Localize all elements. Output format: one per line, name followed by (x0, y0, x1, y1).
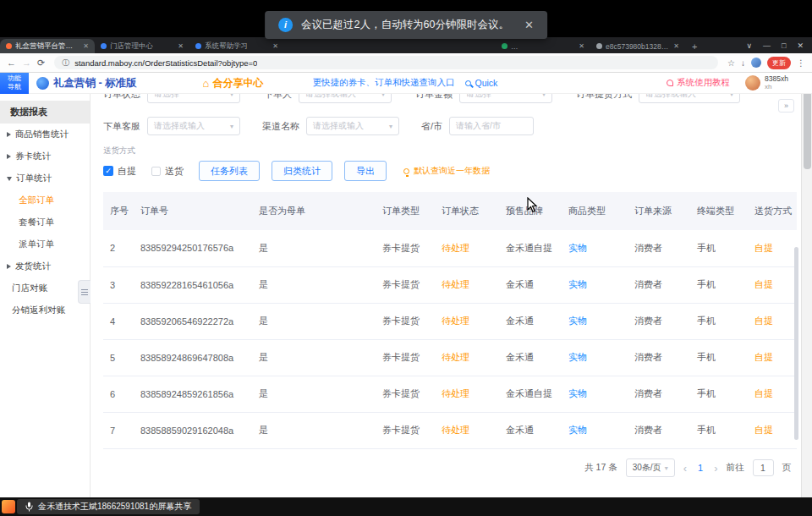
browser-tab-3[interactable]: 系统帮助学习 ✕ (189, 39, 284, 53)
close-window-icon[interactable]: ✕ (797, 41, 804, 50)
browser-profile-avatar[interactable] (751, 58, 761, 68)
cell-terminal: 手机 (690, 230, 748, 266)
column-header: 是否为母单 (252, 192, 376, 230)
cell-order_type: 券卡提货 (376, 230, 435, 266)
filter-collapse-button[interactable]: » (778, 99, 794, 113)
share-center-link[interactable]: ⌂ 合分享中心 (203, 76, 264, 91)
browser-tab-1[interactable]: 礼盒营销平台管理中心 ✕ (0, 39, 95, 53)
prev-page-button[interactable]: ‹ (683, 462, 687, 475)
column-header: 订单状态 (435, 192, 499, 230)
minimize-icon[interactable]: — (763, 41, 771, 50)
cell-source: 消费者 (628, 230, 690, 266)
filter-pickup-method: 订单提货方式 请选择或输入 ▾ (576, 94, 740, 103)
lightbulb-icon (403, 168, 409, 174)
taskbar-app-icon[interactable] (2, 500, 15, 513)
browser-menu-icon[interactable]: ⋮ (797, 58, 805, 68)
brand-title[interactable]: 礼盒营销 - 标准版 (53, 76, 137, 91)
cell-product_type[interactable]: 实物 (562, 376, 628, 412)
forward-icon[interactable]: → (22, 58, 31, 68)
cell-brand: 金禾通 (499, 266, 562, 303)
new-tab-button[interactable]: + (692, 41, 697, 52)
browser-tab-2[interactable]: 门店管理中心 ✕ (95, 39, 189, 53)
column-header: 送货方式 (748, 192, 797, 230)
browser-tab-4[interactable]: … ✕ (496, 39, 590, 53)
checkbox-self-pickup[interactable]: 自提 (103, 165, 136, 178)
sidebar-item-2[interactable]: 券卡统计 (0, 145, 90, 167)
quick-entry-link[interactable]: 更快捷的券卡、订单和快递查询入口 (312, 77, 454, 89)
order-amount-select[interactable]: 请选择 ▾ (459, 94, 552, 103)
cell-brand: 金禾通 (499, 339, 562, 376)
sidebar-item-5[interactable]: 套餐订单 (0, 211, 90, 233)
tab-close-icon[interactable]: ✕ (83, 42, 89, 50)
task-list-button[interactable]: 任务列表 (199, 161, 260, 181)
cell-source: 消费者 (628, 412, 690, 448)
cell-brand: 金禾通自提 (499, 230, 562, 266)
sidebar-item-8[interactable]: 门店对账 (0, 277, 90, 299)
cell-order_type: 券卡提货 (376, 339, 435, 376)
sidebar-item-9[interactable]: 分销返利对账 (0, 299, 90, 321)
page-number-button[interactable]: 1 (695, 463, 705, 473)
sidebar-item-4[interactable]: 全部订单 (0, 189, 90, 211)
sidebar-item-6[interactable]: 派单订单 (0, 233, 90, 255)
order-status-select[interactable]: 请选择 ▾ (147, 94, 240, 103)
tab-close-icon[interactable]: ✕ (579, 42, 584, 50)
placeholder: 请选择 (154, 94, 179, 100)
cell-delivery: 自提 (748, 266, 797, 303)
tip-text: 默认查询近一年数据 (414, 165, 490, 177)
close-icon[interactable]: ✕ (524, 19, 534, 31)
back-icon[interactable]: ← (7, 58, 16, 68)
buyer-select[interactable]: 请选择或输入 ▾ (299, 94, 392, 103)
table-scrollbar-thumb[interactable] (794, 247, 798, 440)
browser-update-button[interactable]: 更新 (767, 57, 791, 69)
home-icon: ⌂ (203, 78, 210, 89)
main-content: » 订单状态 请选择 ▾ 下单人 请选择或输入 ▾ (91, 94, 801, 497)
tab-close-icon[interactable]: ✕ (272, 42, 278, 50)
tab-list-icon[interactable]: ∨ (746, 41, 752, 50)
cell-order_type: 券卡提货 (376, 412, 435, 448)
order-agent-select[interactable]: 请选择或输入 ▾ (147, 117, 240, 135)
cell-product_type[interactable]: 实物 (562, 230, 628, 266)
checkbox-delivery[interactable]: 送货 (151, 165, 184, 178)
refresh-icon[interactable]: ⟳ (37, 58, 45, 69)
cell-is_parent: 是 (252, 376, 376, 412)
cell-product_type[interactable]: 实物 (562, 412, 628, 448)
cell-status: 待处理 (435, 303, 499, 339)
page-scrollbar[interactable] (801, 73, 812, 497)
cell-product_type[interactable]: 实物 (562, 266, 628, 303)
category-stats-button[interactable]: 归类统计 (272, 161, 332, 181)
sidebar-item-label: 券卡统计 (15, 151, 51, 162)
sidebar-item-3[interactable]: 订单统计 (0, 167, 90, 189)
browser-tab-5[interactable]: e8c573980b1328a2586d2e6il ✕ (590, 39, 685, 53)
pickup-method-select[interactable]: 请选择或输入 ▾ (639, 94, 740, 103)
quick-search[interactable]: Quick (465, 78, 497, 88)
next-page-button[interactable]: › (714, 462, 717, 475)
province-city-input[interactable]: 请输入省/市 (449, 117, 534, 135)
checkbox-label: 送货 (165, 165, 184, 178)
user-account[interactable]: 8385xh xh (745, 75, 788, 91)
share-status-pill[interactable]: 金禾通技术王斌18662591081的屏幕共享 (17, 499, 200, 514)
bookmark-star-icon[interactable]: ☆ (727, 58, 735, 68)
page-scrollbar-thumb[interactable] (804, 91, 811, 169)
placeholder: 请选择或输入 (645, 94, 696, 100)
column-header: 订单号 (134, 192, 252, 230)
cell-status: 待处理 (435, 339, 499, 376)
url-field[interactable]: ⓘ standard.maboy.cn/OrderStatisticsDetai… (54, 56, 718, 69)
cell-product_type[interactable]: 实物 (562, 339, 628, 376)
favicon (195, 43, 201, 49)
tab-close-icon[interactable]: ✕ (178, 42, 184, 50)
tab-close-icon[interactable]: ✕ (673, 42, 679, 50)
maximize-icon[interactable]: □ (782, 41, 786, 50)
goto-page-input[interactable]: 1 (753, 459, 774, 476)
export-button[interactable]: 导出 (344, 161, 387, 181)
page-size-select[interactable]: 30条/页 ▾ (626, 458, 675, 477)
site-info-icon[interactable]: ⓘ (62, 58, 69, 69)
function-nav-button[interactable]: 功能 导航 (0, 73, 29, 94)
sidebar-item-1[interactable]: 商品销售统计 (0, 124, 90, 145)
channel-name-select[interactable]: 请选择或输入 ▾ (306, 117, 399, 135)
sidebar-collapse-handle[interactable] (78, 280, 91, 304)
tutorial-link[interactable]: 系统使用教程 (667, 77, 730, 89)
sidebar-item-7[interactable]: 发货统计 (0, 255, 90, 277)
cell-product_type[interactable]: 实物 (562, 303, 628, 339)
cell-source: 消费者 (628, 303, 690, 339)
download-icon[interactable]: ↓ (741, 58, 745, 68)
